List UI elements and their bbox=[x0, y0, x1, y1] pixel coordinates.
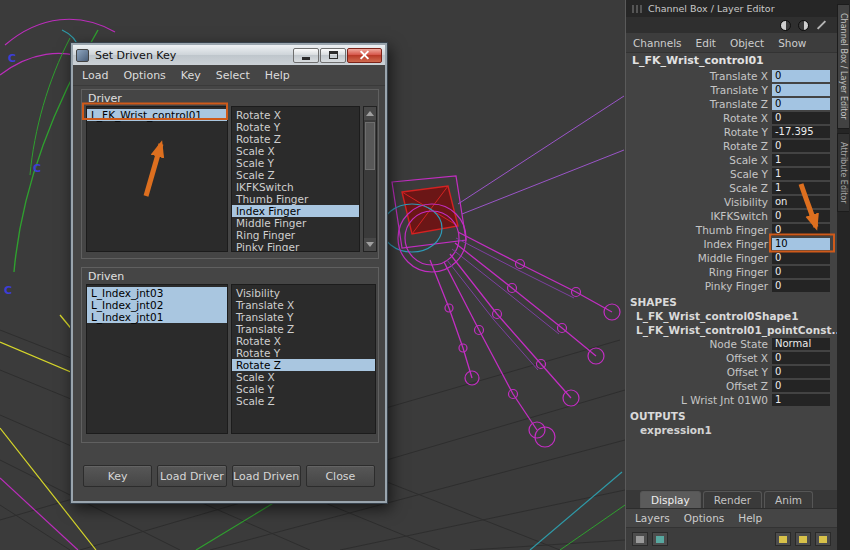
channel-value-field[interactable]: 1 bbox=[772, 168, 830, 180]
scrollbar-thumb[interactable] bbox=[365, 122, 375, 170]
channel-value-field[interactable]: 0 bbox=[772, 140, 830, 152]
list-item[interactable]: Rotate X bbox=[232, 335, 375, 347]
selected-object-name[interactable]: L_FK_Wrist_control01 bbox=[626, 53, 837, 69]
menu-show[interactable]: Show bbox=[778, 37, 806, 49]
channel-value-field[interactable]: 1 bbox=[772, 394, 830, 406]
list-item[interactable]: L_FK_Wrist_control01 bbox=[87, 109, 227, 121]
channel-name[interactable]: Pinky Finger bbox=[626, 280, 772, 292]
list-item[interactable]: Scale Y bbox=[232, 383, 375, 395]
channel-name[interactable]: Node State bbox=[626, 338, 772, 350]
channel-value-field[interactable]: 0 bbox=[772, 366, 830, 378]
menu-help[interactable]: Help bbox=[265, 69, 290, 82]
tab-display[interactable]: Display bbox=[640, 491, 701, 508]
tab-render[interactable]: Render bbox=[703, 491, 762, 508]
maximize-button[interactable] bbox=[320, 48, 346, 63]
channel-value-field[interactable]: 0 bbox=[772, 280, 830, 292]
list-item[interactable]: Translate X bbox=[232, 299, 375, 311]
list-item-selected[interactable]: L_Index_jnt02 bbox=[87, 299, 227, 311]
close-button[interactable] bbox=[347, 48, 382, 63]
shape-node-name[interactable]: L_FK_Wrist_control01_pointConst... bbox=[626, 323, 837, 337]
load-driver-button[interactable]: Load Driver bbox=[157, 465, 226, 487]
channel-name[interactable]: Scale Z bbox=[626, 182, 772, 194]
menu-edit[interactable]: Edit bbox=[696, 37, 716, 49]
list-item[interactable]: Ring Finger bbox=[232, 229, 359, 241]
channel-value-field[interactable]: 0 bbox=[772, 252, 830, 264]
list-item[interactable]: Rotate X bbox=[232, 109, 359, 121]
channel-name[interactable]: Offset Z bbox=[626, 380, 772, 392]
layer-list-icon[interactable] bbox=[632, 532, 648, 546]
shape-node-name[interactable]: L_FK_Wrist_control0Shape1 bbox=[626, 309, 837, 323]
tab-anim[interactable]: Anim bbox=[764, 491, 813, 508]
output-node-name[interactable]: expression1 bbox=[626, 423, 837, 437]
list-item[interactable]: Thumb Finger bbox=[232, 193, 359, 205]
channel-value-field[interactable]: on bbox=[772, 196, 830, 208]
list-item-selected[interactable]: Index Finger bbox=[232, 205, 359, 217]
menu-load[interactable]: Load bbox=[82, 69, 108, 82]
channel-name[interactable]: L Wrist Jnt 01W0 bbox=[626, 394, 772, 406]
channel-value-field[interactable]: 0 bbox=[772, 210, 830, 222]
channel-value-field[interactable]: 0 bbox=[772, 70, 830, 82]
list-item[interactable]: Scale X bbox=[232, 145, 359, 157]
menu-layer-options[interactable]: Options bbox=[684, 512, 725, 524]
driver-object-list[interactable]: L_FK_Wrist_control01 bbox=[86, 106, 228, 252]
driven-object-list[interactable]: L_Index_jnt03 L_Index_jnt02 L_Index_jnt0… bbox=[86, 284, 228, 434]
close-dialog-button[interactable]: Close bbox=[306, 465, 375, 487]
channel-name[interactable]: Ring Finger bbox=[626, 266, 772, 278]
menu-channels[interactable]: Channels bbox=[633, 37, 682, 49]
channel-name[interactable]: Translate Z bbox=[626, 98, 772, 110]
pin-icon[interactable] bbox=[817, 20, 826, 29]
list-item[interactable]: Rotate Y bbox=[232, 121, 359, 133]
list-item-selected[interactable]: Rotate Z bbox=[232, 359, 375, 371]
scrollbar-track[interactable] bbox=[364, 120, 376, 238]
list-item[interactable]: Translate Y bbox=[232, 311, 375, 323]
menu-options[interactable]: Options bbox=[123, 69, 165, 82]
tab-channel-box-layer-editor[interactable]: Channel Box / Layer Editor bbox=[837, 4, 849, 129]
list-item[interactable]: IKFKSwitch bbox=[232, 181, 359, 193]
list-item[interactable]: Visibility bbox=[232, 287, 375, 299]
panel-header[interactable]: Channel Box / Layer Editor bbox=[626, 0, 837, 17]
list-item[interactable]: Scale Z bbox=[232, 169, 359, 181]
create-empty-layer-icon[interactable] bbox=[795, 532, 811, 546]
list-item[interactable]: Middle Finger bbox=[232, 217, 359, 229]
channel-name[interactable]: IKFKSwitch bbox=[626, 210, 772, 222]
channel-value-field[interactable]: 0 bbox=[772, 98, 830, 110]
channel-name[interactable]: Middle Finger bbox=[626, 252, 772, 264]
channel-value-field[interactable]: 0 bbox=[772, 224, 830, 236]
list-item-selected[interactable]: L_Index_jnt03 bbox=[87, 287, 227, 299]
channel-name[interactable]: Thumb Finger bbox=[626, 224, 772, 236]
list-item[interactable]: Scale X bbox=[232, 371, 375, 383]
channel-name[interactable]: Rotate Z bbox=[626, 140, 772, 152]
tab-attribute-editor[interactable]: Attribute Editor bbox=[837, 133, 849, 213]
key-button[interactable]: Key bbox=[83, 465, 152, 487]
channel-value-field[interactable]: 0 bbox=[772, 84, 830, 96]
scroll-down-button[interactable] bbox=[364, 238, 376, 251]
hand-rig-wireframe[interactable] bbox=[382, 96, 624, 447]
create-layer-from-selected-icon[interactable] bbox=[815, 532, 831, 546]
panel-grip-icon[interactable] bbox=[632, 5, 642, 13]
half-shaded-circle-icon-2[interactable] bbox=[798, 20, 809, 31]
channel-value-field[interactable]: 10 bbox=[772, 238, 830, 250]
channel-name[interactable]: Scale X bbox=[626, 154, 772, 166]
channel-name[interactable]: Scale Y bbox=[626, 168, 772, 180]
channel-value-field[interactable]: 0 bbox=[772, 380, 830, 392]
list-item[interactable]: Rotate Z bbox=[232, 133, 359, 145]
channel-value-field[interactable]: 1 bbox=[772, 182, 830, 194]
channel-name[interactable]: Index Finger bbox=[626, 238, 772, 250]
channel-name[interactable]: Rotate X bbox=[626, 112, 772, 124]
channel-name[interactable]: Offset Y bbox=[626, 366, 772, 378]
driver-attribute-list[interactable]: Rotate X Rotate Y Rotate Z Scale X Scale… bbox=[231, 106, 360, 252]
list-item[interactable]: Pinky Finger bbox=[232, 241, 359, 252]
driver-list-scrollbar[interactable] bbox=[363, 106, 377, 252]
list-item[interactable]: Scale Y bbox=[232, 157, 359, 169]
window-titlebar[interactable]: Set Driven Key bbox=[73, 45, 385, 65]
channel-value-field[interactable]: -17.395 bbox=[772, 126, 830, 138]
load-driven-button[interactable]: Load Driven bbox=[232, 465, 301, 487]
layer-filter-icon[interactable] bbox=[652, 532, 668, 546]
channel-value-field[interactable]: 0 bbox=[772, 112, 830, 124]
channel-name[interactable]: Translate Y bbox=[626, 84, 772, 96]
half-shaded-circle-icon[interactable] bbox=[780, 20, 791, 31]
channel-name[interactable]: Translate X bbox=[626, 70, 772, 82]
channel-name[interactable]: Rotate Y bbox=[626, 126, 772, 138]
menu-layers[interactable]: Layers bbox=[635, 512, 670, 524]
list-item[interactable]: Rotate Y bbox=[232, 347, 375, 359]
